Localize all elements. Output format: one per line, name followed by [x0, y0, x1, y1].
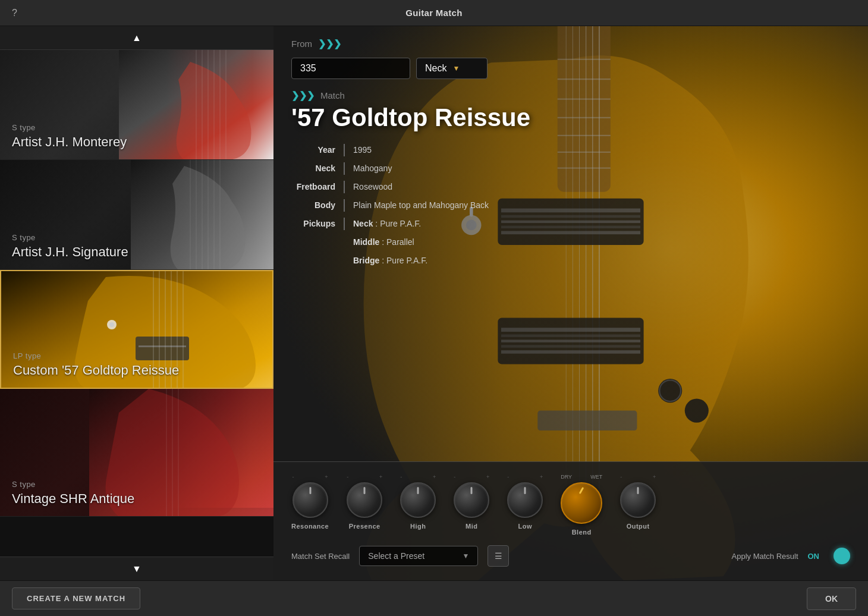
spec-row-body: Body Plain Maple top and Mahogany Back: [291, 199, 850, 212]
knob-high[interactable]: [400, 482, 436, 518]
bottom-controls-bar: Match Set Recall Select a Preset ▼ ☰ App…: [291, 545, 850, 567]
guitar-type-antique: S type: [12, 480, 134, 489]
guitar-type-goldtop: LP type: [13, 351, 179, 360]
knob-high-max: +: [433, 474, 436, 480]
spec-value-fretboard: Rosewood: [353, 181, 392, 193]
svg-point-18: [109, 322, 114, 327]
preset-dropdown[interactable]: Select a Preset ▼: [359, 546, 478, 566]
knob-low-min: -: [507, 474, 509, 480]
knob-item-output: - + Output: [620, 474, 656, 530]
knob-item-mid: - + Mid: [454, 474, 489, 530]
knobs-panel: - + Resonance - +: [273, 461, 868, 580]
spec-label-pickups: Pickups: [291, 218, 345, 230]
knob-presence-max: +: [379, 474, 382, 480]
knob-resonance[interactable]: [293, 482, 328, 518]
menu-icon: ☰: [495, 551, 502, 561]
guitar-item-signature[interactable]: S type Artist J.H. Signature: [0, 160, 273, 270]
knob-output-minmax: - +: [620, 474, 656, 480]
apply-match-label: Apply Match Result: [732, 552, 798, 561]
knob-high-minmax: - +: [400, 474, 436, 480]
from-search-input[interactable]: [291, 58, 410, 79]
neck-dropdown-arrow-icon: ▼: [452, 64, 460, 73]
guitar-label-monterey: S type Artist J.H. Monterey: [12, 123, 127, 150]
guitar-label-goldtop: LP type Custom '57 Goldtop Reissue: [13, 351, 179, 378]
knob-high-wrapper: - +: [400, 474, 436, 518]
knob-low-max: +: [540, 474, 543, 480]
knob-output-min: -: [620, 474, 622, 480]
spec-value-neck: Mahogany: [353, 162, 392, 175]
on-status-label: ON: [808, 552, 820, 561]
from-section: From ❯❯❯: [291, 38, 850, 49]
spec-label-fretboard: Fretboard: [291, 181, 345, 193]
preset-dropdown-arrow-icon: ▼: [462, 552, 469, 560]
knob-blend[interactable]: [561, 482, 602, 524]
knob-blend-wet-label: WET: [590, 474, 602, 480]
spec-row-middle: Middle : Parallel: [291, 236, 850, 249]
knob-presence[interactable]: [347, 482, 382, 518]
guitar-item-antique[interactable]: S type Vintage SHR Antique: [0, 389, 273, 517]
guitar-type-monterey: S type: [12, 123, 127, 132]
help-button[interactable]: ?: [12, 8, 17, 18]
chevron-up-icon: ▲: [132, 33, 141, 43]
knob-resonance-minmax: - +: [293, 474, 328, 480]
from-arrows-icon: ❯❯❯: [318, 38, 341, 49]
scroll-up-button[interactable]: ▲: [0, 26, 273, 50]
knob-low[interactable]: [507, 482, 543, 518]
guitar-name-signature: Artist J.H. Signature: [12, 244, 128, 260]
guitar-name-goldtop: Custom '57 Goldtop Reissue: [13, 363, 179, 378]
neck-label: Neck: [425, 63, 446, 74]
knobs-row: - + Resonance - +: [291, 474, 850, 536]
knob-mid-max: +: [486, 474, 489, 480]
knob-resonance-min: -: [293, 474, 294, 480]
apply-match-toggle[interactable]: [834, 548, 850, 564]
detail-panel: From ❯❯❯ Neck ▼ ❯❯❯ Match '57 Goldtop Re…: [273, 26, 868, 580]
knob-mid-min: -: [454, 474, 455, 480]
from-controls: Neck ▼: [291, 58, 850, 79]
knob-item-blend: DRY WET Blend: [561, 474, 602, 536]
knob-item-high: - + High: [400, 474, 436, 530]
guitar-label-antique: S type Vintage SHR Antique: [12, 480, 134, 507]
knob-low-wrapper: - +: [507, 474, 543, 518]
guitar-type-signature: S type: [12, 233, 128, 242]
knob-high-min: -: [400, 474, 402, 480]
preset-menu-button[interactable]: ☰: [488, 545, 509, 567]
footer: CREATE A NEW MATCH OK: [0, 580, 868, 616]
title-bar: ? Guitar Match: [0, 0, 868, 26]
scroll-down-button[interactable]: ▼: [0, 557, 273, 580]
knob-label-presence: Presence: [349, 523, 380, 530]
knob-resonance-max: +: [325, 474, 328, 480]
main-container: ▲: [0, 26, 868, 580]
ok-button[interactable]: OK: [807, 587, 856, 610]
knob-mid[interactable]: [454, 482, 489, 518]
neck-dropdown[interactable]: Neck ▼: [416, 58, 488, 79]
svg-rect-16: [139, 345, 186, 347]
spec-row-bridge: Bridge : Pure P.A.F.: [291, 254, 850, 267]
spec-label-neck: Neck: [291, 162, 345, 175]
match-header: ❯❯❯ Match: [291, 90, 850, 101]
spec-row-fretboard: Fretboard Rosewood: [291, 181, 850, 193]
guitar-list-panel: ▲: [0, 26, 273, 580]
guitar-item-monterey[interactable]: S type Artist J.H. Monterey: [0, 50, 273, 160]
knob-mid-minmax: - +: [454, 474, 489, 480]
knob-output-wrapper: - +: [620, 474, 656, 518]
knob-label-resonance: Resonance: [291, 523, 329, 530]
guitar-list: S type Artist J.H. Monterey: [0, 50, 273, 557]
knob-blend-minmax: DRY WET: [561, 474, 602, 480]
spec-label-year: Year: [291, 144, 345, 156]
knob-presence-min: -: [347, 474, 348, 480]
knob-label-low: Low: [518, 523, 532, 530]
spec-value-middle: Middle : Parallel: [353, 236, 414, 249]
create-match-button[interactable]: CREATE A NEW MATCH: [12, 587, 140, 609]
knob-blend-dry-label: DRY: [561, 474, 572, 480]
match-arrows-icon: ❯❯❯: [291, 90, 315, 101]
spec-value-year: 1995: [353, 144, 372, 156]
match-section: ❯❯❯ Match '57 Goldtop Reissue: [291, 90, 850, 132]
guitar-item-goldtop[interactable]: LP type Custom '57 Goldtop Reissue: [0, 270, 273, 389]
preset-placeholder: Select a Preset: [368, 551, 424, 561]
knob-item-low: - + Low: [507, 474, 543, 530]
knob-label-output: Output: [627, 523, 650, 530]
right-content: From ❯❯❯ Neck ▼ ❯❯❯ Match '57 Goldtop Re…: [273, 26, 868, 291]
knob-blend-wrapper: DRY WET: [561, 474, 602, 524]
chevron-down-icon: ▼: [132, 564, 141, 574]
knob-output[interactable]: [620, 482, 656, 518]
